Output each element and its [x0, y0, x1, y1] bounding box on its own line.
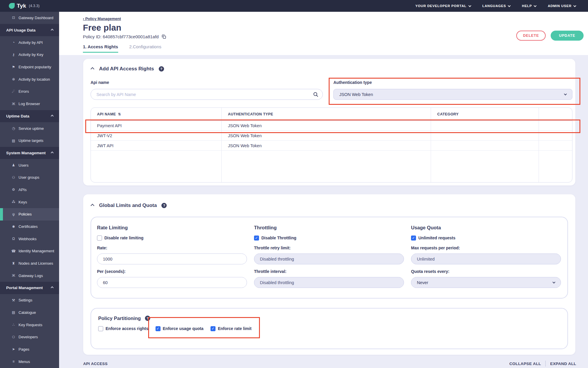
sidebar: ⊡ Gateway Dashboard API Usage Data ◔ Act…: [0, 12, 59, 368]
sidebar-item-nodes-and-licenses[interactable]: ♜ Nodes and Licenses: [0, 257, 59, 270]
tyk-logo[interactable]: Tyk (4.3.3): [9, 3, 39, 9]
copy-icon[interactable]: [161, 34, 166, 39]
sidebar-item-endpoint-popularity[interactable]: ⚑ Endpoint popularity: [0, 61, 59, 73]
global-limits-card: Global Limits and Quota Rate Limiting Di…: [83, 194, 575, 355]
menu-label: YOUR DEVELOPER PORTAL: [415, 4, 467, 8]
chevron-down-icon: [564, 92, 567, 95]
collapse-all-button[interactable]: COLLAPSE ALL: [509, 362, 541, 366]
table-row-jwt-api[interactable]: JWT API JSON Web Token: [91, 141, 572, 151]
sidebar-item-activity-by-api[interactable]: ◔ Activity by API: [0, 36, 59, 49]
rate-input[interactable]: [97, 253, 247, 264]
help-icon[interactable]: [145, 316, 150, 321]
search-icon[interactable]: [313, 92, 318, 97]
sidebar-item-pages[interactable]: ➤ Pages: [0, 343, 59, 356]
menu-icon: ≡: [11, 359, 16, 364]
limits-panel: Rate Limiting Disable rate limiting Rate…: [91, 217, 568, 299]
tab-configurations[interactable]: 2.Configurations: [129, 44, 161, 53]
sidebar-item-label: Identity Management: [19, 249, 54, 253]
sidebar-section-portal-management[interactable]: Portal Management: [0, 282, 59, 294]
api-name-search-input[interactable]: [91, 89, 323, 100]
sidebar-item-key-requests[interactable]: ∴ Key Requests: [0, 319, 59, 331]
sidebar-item-menus[interactable]: ≡ Menus: [0, 355, 59, 368]
bank-icon: ♜: [11, 261, 16, 266]
update-button[interactable]: UPDATE: [551, 31, 584, 41]
menu-label: HELP: [522, 4, 532, 8]
menu-help[interactable]: HELP: [522, 4, 537, 8]
cell-actions: [539, 131, 572, 140]
sidebar-section-label: Uptime Data: [6, 114, 29, 118]
help-icon[interactable]: [161, 203, 167, 208]
menu-admin-user[interactable]: ADMIN USER: [548, 4, 576, 8]
checkbox-box[interactable]: [97, 236, 102, 241]
checkbox-box[interactable]: [411, 236, 416, 241]
sidebar-item-identity-management[interactable]: ☎ Identity Management: [0, 245, 59, 257]
sidebar-item-errors[interactable]: ☄ Errors: [0, 85, 59, 98]
sidebar-item-service-uptime[interactable]: ◷ Service uptime: [0, 122, 59, 135]
tab-access-rights[interactable]: 1. Access Rights: [83, 44, 118, 53]
help-icon[interactable]: [159, 66, 164, 72]
menu-languages[interactable]: LANGUAGES: [482, 4, 511, 8]
cell-api-name: JWT-V2: [91, 131, 222, 140]
throttle-retry-limit-input: [254, 253, 404, 264]
section-title-global-limits: Global Limits and Quota: [99, 203, 157, 208]
sort-icon[interactable]: ⇅: [118, 112, 121, 116]
sidebar-item-activity-by-location[interactable]: ⊕ Activity by location: [0, 73, 59, 85]
disable-rate-limiting-checkbox[interactable]: Disable rate limiting: [97, 235, 247, 241]
sidebar-item-webhooks[interactable]: Ω Webhooks: [0, 233, 59, 245]
checkbox-box[interactable]: [98, 326, 103, 331]
sidebar-item-activity-by-key[interactable]: ⚷ Activity by Key: [0, 49, 59, 61]
collapse-section-icon[interactable]: [91, 204, 94, 208]
menu-developer-portal[interactable]: YOUR DEVELOPER PORTAL: [415, 4, 471, 8]
cell-api-name: Payment API: [91, 121, 222, 130]
flag-icon: ⚑: [11, 65, 16, 69]
catalogue-icon: ▤: [11, 310, 16, 314]
sidebar-item-users[interactable]: ♟ Users: [0, 159, 59, 171]
sidebar-item-developers[interactable]: ⚇ Developers: [0, 331, 59, 343]
sidebar-item-gateway-logs[interactable]: Ж Gateway Logs: [0, 269, 59, 282]
tabs: 1. Access Rights 2.Configurations: [83, 44, 584, 53]
unlimited-requests-checkbox[interactable]: Unlimited requests: [411, 235, 561, 241]
sidebar-item-log-browser[interactable]: Ж Log Browser: [0, 98, 59, 110]
sidebar-item-settings[interactable]: ⚒ Settings: [0, 294, 59, 306]
checkbox-box[interactable]: [211, 326, 216, 331]
enforce-access-rights-checkbox[interactable]: Enforce access rights: [98, 326, 148, 331]
auth-type-select[interactable]: JSON Web Token: [333, 89, 572, 100]
column-header-api-name[interactable]: API NAME ⇅: [91, 108, 222, 120]
sidebar-section-system-management[interactable]: System Management: [0, 147, 59, 159]
quota-resets-select[interactable]: Never: [411, 277, 561, 288]
cell-auth-type: JSON Web Token: [222, 141, 431, 150]
api-access-section-header[interactable]: API ACCESS: [83, 362, 108, 366]
checkbox-box[interactable]: [156, 326, 161, 331]
sidebar-item-user-groups[interactable]: ⚇ User groups: [0, 171, 59, 184]
checkbox-label: Enforce usage quota: [163, 326, 203, 331]
per-seconds-input[interactable]: [97, 277, 247, 288]
checkbox-box[interactable]: [254, 236, 259, 241]
throttle-interval-label: Throttle interval:: [254, 269, 404, 275]
enforce-usage-quota-checkbox[interactable]: Enforce usage quota: [156, 326, 203, 331]
sidebar-section-api-usage-data[interactable]: API Usage Data: [0, 24, 59, 37]
sidebar-item-label: Log Browser: [19, 102, 40, 106]
table-row-jwt-v2[interactable]: JWT-V2 JSON Web Token: [91, 131, 572, 141]
sidebar-item-catalogue[interactable]: ▤ Catalogue: [0, 306, 59, 319]
collapse-section-icon[interactable]: [91, 67, 94, 71]
sidebar-item-apis[interactable]: ⚙ APIs: [0, 184, 59, 196]
sidebar-item-label: Certificates: [19, 224, 38, 229]
sidebar-item-certificates[interactable]: ✱ Certificates: [0, 221, 59, 233]
sidebar-item-keys[interactable]: ⁂ Keys: [0, 196, 59, 208]
sidebar-section-uptime-data[interactable]: Uptime Data: [0, 110, 59, 122]
sidebar-item-label: Key Requests: [19, 323, 42, 327]
checkbox-label: Disable rate limiting: [104, 236, 143, 240]
sidebar-item-gateway-dashboard[interactable]: ⊡ Gateway Dashboard: [0, 12, 59, 24]
delete-button[interactable]: DELETE: [516, 31, 546, 41]
sidebar-item-label: Policies: [19, 212, 32, 216]
sidebar-item-uptime-targets[interactable]: ▤ Uptime targets: [0, 135, 59, 147]
breadcrumb[interactable]: ‹ Policy Management: [83, 16, 121, 21]
disable-throttling-checkbox[interactable]: Disable Throttling: [254, 235, 404, 241]
usage-quota-column: Usage Quota Unlimited requests Max reque…: [411, 225, 561, 298]
sidebar-item-policies[interactable]: ψ Policies: [0, 208, 59, 221]
expand-all-button[interactable]: EXPAND ALL: [550, 362, 576, 366]
bell-icon: Ω: [11, 237, 16, 241]
sidebar-item-label: APIs: [19, 188, 26, 192]
table-row-payment-api[interactable]: Payment API JSON Web Token: [91, 121, 572, 131]
enforce-rate-limit-checkbox[interactable]: Enforce rate limit: [211, 326, 251, 331]
